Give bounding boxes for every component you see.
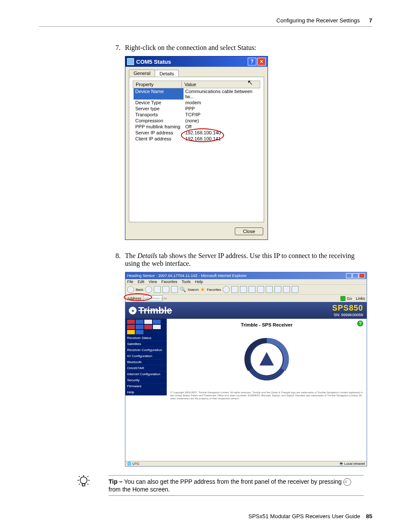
- globe-triangle-icon: [241, 333, 293, 385]
- menu-favorites[interactable]: Favorites: [161, 280, 177, 284]
- home-button[interactable]: [171, 286, 178, 293]
- tab-details[interactable]: Details: [155, 70, 179, 77]
- menu-view[interactable]: View: [149, 280, 157, 284]
- flag-icon[interactable]: [136, 320, 143, 324]
- menu-help[interactable]: Help: [195, 280, 203, 284]
- flag-icon[interactable]: [127, 320, 135, 324]
- flag-icon[interactable]: [153, 325, 161, 329]
- favorites-icon[interactable]: ★: [200, 286, 205, 292]
- details-panel: Property Value ↖ Device Name Communicati…: [129, 77, 264, 222]
- flag-icon[interactable]: [127, 330, 135, 334]
- globe-icon: ◈: [129, 307, 137, 314]
- tab-general[interactable]: General: [129, 69, 155, 77]
- front-panel-button-icon: [343, 478, 351, 486]
- history-button[interactable]: [223, 286, 230, 293]
- row-compression[interactable]: Compression (none): [133, 118, 260, 124]
- lightbulb-icon: [78, 475, 90, 491]
- tool-button-a[interactable]: [257, 286, 264, 293]
- dialog-buttons: Close: [125, 226, 268, 240]
- flag-bar: [125, 319, 167, 335]
- sidebar-item-satellites[interactable]: Satellites: [125, 341, 167, 347]
- tool-button-e[interactable]: [292, 286, 299, 293]
- sidebar-item-help[interactable]: Help: [125, 389, 167, 395]
- back-button[interactable]: [127, 286, 134, 293]
- go-button[interactable]: [340, 296, 346, 301]
- content-row: Receiver Status Satellites Receiver Conf…: [125, 319, 367, 461]
- sidebar-item-firmware[interactable]: Firmware: [125, 383, 167, 389]
- svg-marker-1: [259, 352, 274, 365]
- browser-toolbar: Back 🔍 Search ★ Favorites: [125, 284, 367, 294]
- status-right: Local intranet: [344, 462, 365, 466]
- sidebar-item-omnistar[interactable]: OmniSTAR: [125, 365, 167, 371]
- back-label: Back: [136, 288, 143, 292]
- maximize-button[interactable]: [352, 273, 358, 278]
- step-number: 7.: [108, 44, 121, 52]
- step-number: 8.: [108, 252, 121, 260]
- flag-icon[interactable]: [144, 325, 152, 329]
- sidebar-item-receiver-status[interactable]: Receiver Status: [125, 335, 167, 341]
- search-label: Search: [188, 288, 199, 292]
- svg-line-10: [87, 484, 88, 485]
- col-value[interactable]: Value ↖: [182, 81, 260, 88]
- page-footer: SPSx51 Modular GPS Receivers User Guide …: [39, 513, 372, 520]
- menu-edit[interactable]: Edit: [138, 280, 145, 284]
- tool-button-d[interactable]: [283, 286, 290, 293]
- sidebar-item-bluetooth[interactable]: Bluetooth: [125, 359, 167, 365]
- row-device-name[interactable]: Device Name Communications cable between…: [133, 88, 260, 100]
- stop-button[interactable]: [154, 286, 161, 293]
- links-label[interactable]: Links: [356, 296, 365, 301]
- help-icon[interactable]: ?: [357, 320, 363, 327]
- com5-status-dialog: COM5 Status ? × General Details Property…: [125, 56, 268, 240]
- refresh-button[interactable]: [162, 286, 169, 293]
- serial-number: SN: 9999K00059: [332, 313, 363, 317]
- close-dialog-button[interactable]: Close: [235, 227, 263, 235]
- svg-line-8: [87, 476, 88, 477]
- print-button[interactable]: [240, 286, 247, 293]
- row-transports[interactable]: Transports TCP/IP: [133, 112, 260, 118]
- svg-rect-3: [82, 484, 85, 486]
- step-text: Right-click on the connection and select…: [125, 44, 372, 52]
- main-panel: ? Trimble - SPS Receiver © Copyright 200…: [167, 319, 367, 461]
- flag-icon[interactable]: [144, 320, 152, 324]
- close-button[interactable]: [359, 273, 365, 278]
- step-text: The Details tab shows the Server IP addr…: [125, 252, 372, 268]
- row-server-ip[interactable]: Server IP address 192.168.100.140: [133, 130, 260, 136]
- main-title: Trimble - SPS Receiver: [170, 322, 363, 327]
- menu-file[interactable]: File: [127, 280, 134, 284]
- go-label: Go: [347, 296, 352, 301]
- menu-tools[interactable]: Tools: [181, 280, 190, 284]
- flag-icon[interactable]: [153, 320, 161, 324]
- help-button[interactable]: ?: [248, 58, 256, 65]
- step-8: 8. The Details tab shows the Server IP a…: [108, 252, 372, 268]
- titlebar[interactable]: COM5 Status ? ×: [125, 56, 268, 67]
- row-server-type[interactable]: Server type PPP: [133, 106, 260, 112]
- window-icon: [127, 58, 134, 65]
- flag-icon[interactable]: [136, 330, 143, 334]
- sidebar-item-io-configuration[interactable]: IO Configuration: [125, 353, 167, 359]
- col-property[interactable]: Property: [133, 81, 182, 88]
- window-title: COM5 Status: [136, 59, 247, 65]
- tabstrip: General Details: [125, 67, 268, 77]
- flag-icon[interactable]: [136, 325, 143, 329]
- edit-button[interactable]: [249, 286, 255, 293]
- svg-point-2: [80, 477, 87, 484]
- tool-button-b[interactable]: [266, 286, 273, 293]
- tool-button-c[interactable]: [274, 286, 281, 293]
- banner: ◈ Trimble SPS850 SN: 9999K00059: [125, 302, 367, 319]
- close-button[interactable]: ×: [257, 58, 266, 65]
- flag-icon[interactable]: [127, 325, 135, 329]
- forward-button[interactable]: [145, 286, 152, 293]
- page-header: Configuring the Receiver Settings 7: [39, 17, 372, 27]
- svg-line-7: [79, 476, 80, 477]
- mail-button[interactable]: [231, 286, 238, 293]
- sidebar-item-internet-configuration[interactable]: Internet Configuration: [125, 371, 167, 377]
- search-icon[interactable]: 🔍: [180, 286, 186, 292]
- row-device-type[interactable]: Device Type modem: [133, 100, 260, 106]
- sidebar-item-security[interactable]: Security: [125, 377, 167, 383]
- minimize-button[interactable]: [346, 273, 352, 278]
- browser-title: Heading Sensor - 2007.04.17T04.11.10Z - …: [127, 274, 346, 278]
- browser-titlebar[interactable]: Heading Sensor - 2007.04.17T04.11.10Z - …: [125, 272, 367, 279]
- chapter-number: 7: [369, 17, 372, 24]
- sidebar-item-receiver-configuration[interactable]: Receiver Configuration: [125, 347, 167, 353]
- sidebar: Receiver Status Satellites Receiver Conf…: [125, 335, 167, 395]
